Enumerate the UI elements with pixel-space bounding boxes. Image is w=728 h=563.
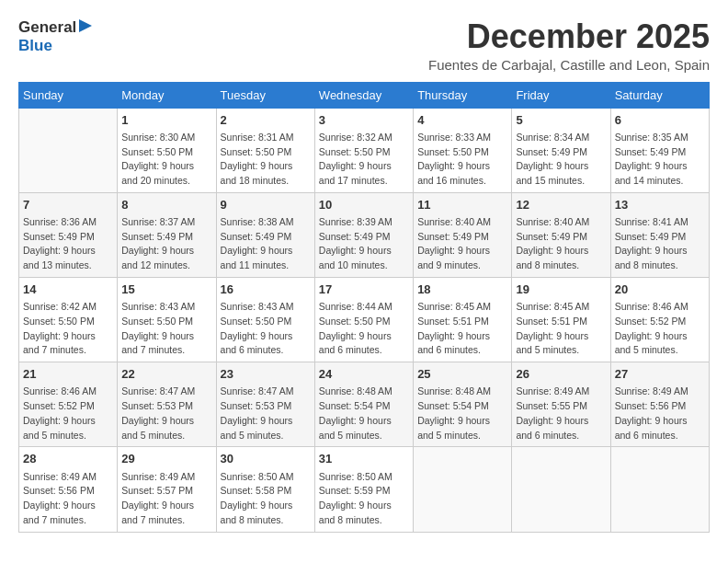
day-info: Sunrise: 8:49 AM Sunset: 5:55 PM Dayligh…	[516, 385, 606, 442]
day-info: Sunrise: 8:44 AM Sunset: 5:50 PM Dayligh…	[319, 300, 409, 358]
day-number: 15	[121, 282, 211, 298]
day-info: Sunrise: 8:34 AM Sunset: 5:49 PM Dayligh…	[516, 131, 606, 189]
calendar-cell: 25Sunrise: 8:48 AM Sunset: 5:54 PM Dayli…	[414, 362, 512, 447]
calendar-cell	[610, 447, 709, 532]
logo-blue: Blue	[18, 37, 52, 54]
calendar-cell: 3Sunrise: 8:32 AM Sunset: 5:50 PM Daylig…	[314, 108, 413, 192]
day-number: 20	[615, 282, 705, 298]
day-info: Sunrise: 8:45 AM Sunset: 5:51 PM Dayligh…	[417, 300, 507, 358]
day-info: Sunrise: 8:48 AM Sunset: 5:54 PM Dayligh…	[319, 385, 409, 442]
calendar-cell: 27Sunrise: 8:49 AM Sunset: 5:56 PM Dayli…	[610, 362, 709, 447]
calendar-week-row: 28Sunrise: 8:49 AM Sunset: 5:56 PM Dayli…	[19, 447, 710, 532]
calendar-cell: 11Sunrise: 8:40 AM Sunset: 5:49 PM Dayli…	[414, 192, 512, 277]
calendar-cell: 17Sunrise: 8:44 AM Sunset: 5:50 PM Dayli…	[314, 277, 413, 362]
title-section: December 2025 Fuentes de Carbajal, Casti…	[428, 18, 710, 73]
day-info: Sunrise: 8:47 AM Sunset: 5:53 PM Dayligh…	[221, 385, 311, 442]
calendar-cell: 31Sunrise: 8:50 AM Sunset: 5:59 PM Dayli…	[314, 447, 413, 532]
day-number: 2	[221, 112, 311, 129]
col-header-thursday: Thursday	[414, 82, 512, 108]
calendar-cell: 20Sunrise: 8:46 AM Sunset: 5:52 PM Dayli…	[610, 277, 709, 362]
day-number: 3	[319, 112, 409, 129]
col-header-monday: Monday	[118, 82, 216, 108]
day-number: 28	[23, 451, 113, 467]
day-number: 27	[615, 366, 705, 383]
calendar-cell: 21Sunrise: 8:46 AM Sunset: 5:52 PM Dayli…	[19, 362, 118, 447]
day-number: 8	[121, 197, 211, 213]
day-info: Sunrise: 8:49 AM Sunset: 5:56 PM Dayligh…	[23, 470, 113, 528]
calendar-cell	[414, 447, 512, 532]
calendar-cell: 8Sunrise: 8:37 AM Sunset: 5:49 PM Daylig…	[118, 192, 216, 277]
calendar-cell: 6Sunrise: 8:35 AM Sunset: 5:49 PM Daylig…	[610, 108, 709, 192]
calendar-cell: 16Sunrise: 8:43 AM Sunset: 5:50 PM Dayli…	[216, 277, 314, 362]
calendar-cell: 1Sunrise: 8:30 AM Sunset: 5:50 PM Daylig…	[118, 108, 216, 192]
calendar-cell	[512, 447, 610, 532]
calendar-cell: 28Sunrise: 8:49 AM Sunset: 5:56 PM Dayli…	[19, 447, 118, 532]
day-info: Sunrise: 8:43 AM Sunset: 5:50 PM Dayligh…	[121, 300, 211, 358]
day-number: 7	[23, 197, 113, 213]
day-number: 4	[417, 112, 507, 129]
page-header: General Blue December 2025 Fuentes de Ca…	[18, 18, 710, 73]
day-info: Sunrise: 8:37 AM Sunset: 5:49 PM Dayligh…	[121, 215, 211, 273]
day-info: Sunrise: 8:39 AM Sunset: 5:49 PM Dayligh…	[319, 215, 409, 273]
day-number: 13	[615, 197, 705, 213]
day-number: 6	[615, 112, 705, 129]
calendar-cell: 30Sunrise: 8:50 AM Sunset: 5:58 PM Dayli…	[216, 447, 314, 532]
day-info: Sunrise: 8:43 AM Sunset: 5:50 PM Dayligh…	[221, 300, 311, 358]
day-info: Sunrise: 8:40 AM Sunset: 5:49 PM Dayligh…	[516, 215, 606, 273]
calendar-header-row: SundayMondayTuesdayWednesdayThursdayFrid…	[19, 82, 710, 108]
location-title: Fuentes de Carbajal, Castille and Leon, …	[428, 57, 710, 73]
day-number: 29	[121, 451, 211, 467]
day-info: Sunrise: 8:33 AM Sunset: 5:50 PM Dayligh…	[417, 131, 507, 189]
calendar-table: SundayMondayTuesdayWednesdayThursdayFrid…	[18, 82, 710, 533]
col-header-saturday: Saturday	[610, 82, 709, 108]
logo-icon	[79, 19, 92, 32]
day-info: Sunrise: 8:47 AM Sunset: 5:53 PM Dayligh…	[121, 385, 211, 442]
day-number: 30	[221, 451, 311, 467]
calendar-week-row: 1Sunrise: 8:30 AM Sunset: 5:50 PM Daylig…	[19, 108, 710, 192]
calendar-cell	[19, 108, 118, 192]
day-info: Sunrise: 8:46 AM Sunset: 5:52 PM Dayligh…	[23, 385, 113, 442]
calendar-cell: 5Sunrise: 8:34 AM Sunset: 5:49 PM Daylig…	[512, 108, 610, 192]
col-header-friday: Friday	[512, 82, 610, 108]
day-info: Sunrise: 8:49 AM Sunset: 5:56 PM Dayligh…	[615, 385, 705, 442]
logo-general: General	[18, 18, 76, 37]
calendar-week-row: 14Sunrise: 8:42 AM Sunset: 5:50 PM Dayli…	[19, 277, 710, 362]
day-info: Sunrise: 8:46 AM Sunset: 5:52 PM Dayligh…	[615, 300, 705, 358]
calendar-cell: 26Sunrise: 8:49 AM Sunset: 5:55 PM Dayli…	[512, 362, 610, 447]
day-number: 22	[121, 366, 211, 383]
day-number: 18	[417, 282, 507, 298]
col-header-tuesday: Tuesday	[216, 82, 314, 108]
day-info: Sunrise: 8:41 AM Sunset: 5:49 PM Dayligh…	[615, 215, 705, 273]
day-info: Sunrise: 8:31 AM Sunset: 5:50 PM Dayligh…	[221, 131, 311, 189]
day-number: 9	[221, 197, 311, 213]
calendar-cell: 23Sunrise: 8:47 AM Sunset: 5:53 PM Dayli…	[216, 362, 314, 447]
day-number: 23	[221, 366, 311, 383]
day-number: 12	[516, 197, 606, 213]
calendar-cell: 18Sunrise: 8:45 AM Sunset: 5:51 PM Dayli…	[414, 277, 512, 362]
day-info: Sunrise: 8:38 AM Sunset: 5:49 PM Dayligh…	[221, 215, 311, 273]
day-info: Sunrise: 8:45 AM Sunset: 5:51 PM Dayligh…	[516, 300, 606, 358]
calendar-cell: 7Sunrise: 8:36 AM Sunset: 5:49 PM Daylig…	[19, 192, 118, 277]
day-number: 14	[23, 282, 113, 298]
day-number: 24	[319, 366, 409, 383]
calendar-cell: 13Sunrise: 8:41 AM Sunset: 5:49 PM Dayli…	[610, 192, 709, 277]
svg-marker-0	[79, 19, 92, 32]
calendar-cell: 29Sunrise: 8:49 AM Sunset: 5:57 PM Dayli…	[118, 447, 216, 532]
calendar-cell: 12Sunrise: 8:40 AM Sunset: 5:49 PM Dayli…	[512, 192, 610, 277]
col-header-wednesday: Wednesday	[314, 82, 413, 108]
calendar-cell: 14Sunrise: 8:42 AM Sunset: 5:50 PM Dayli…	[19, 277, 118, 362]
calendar-week-row: 7Sunrise: 8:36 AM Sunset: 5:49 PM Daylig…	[19, 192, 710, 277]
calendar-cell: 24Sunrise: 8:48 AM Sunset: 5:54 PM Dayli…	[314, 362, 413, 447]
day-number: 17	[319, 282, 409, 298]
day-info: Sunrise: 8:35 AM Sunset: 5:49 PM Dayligh…	[615, 131, 705, 189]
day-number: 10	[319, 197, 409, 213]
day-number: 1	[121, 112, 211, 129]
calendar-cell: 10Sunrise: 8:39 AM Sunset: 5:49 PM Dayli…	[314, 192, 413, 277]
day-number: 26	[516, 366, 606, 383]
calendar-cell: 19Sunrise: 8:45 AM Sunset: 5:51 PM Dayli…	[512, 277, 610, 362]
calendar-cell: 2Sunrise: 8:31 AM Sunset: 5:50 PM Daylig…	[216, 108, 314, 192]
day-info: Sunrise: 8:42 AM Sunset: 5:50 PM Dayligh…	[23, 300, 113, 358]
day-number: 25	[417, 366, 507, 383]
day-number: 21	[23, 366, 113, 383]
day-info: Sunrise: 8:49 AM Sunset: 5:57 PM Dayligh…	[121, 470, 211, 528]
